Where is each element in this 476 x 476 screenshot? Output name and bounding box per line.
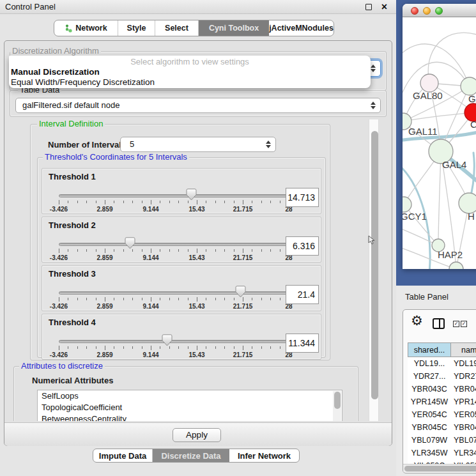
- gear-icon[interactable]: ⚙: [411, 313, 423, 328]
- list-item[interactable]: SelfLoops: [38, 390, 342, 402]
- tab-label: Style: [127, 24, 146, 33]
- threshold-value-field[interactable]: 11.344: [286, 334, 319, 353]
- threshold-slider-track[interactable]: [59, 291, 289, 295]
- threshold-slider-track[interactable]: [59, 194, 289, 197]
- table-row[interactable]: YBR045CYBR045C: [408, 421, 476, 434]
- network-node[interactable]: [449, 262, 463, 269]
- float-window-icon[interactable]: [365, 4, 372, 10]
- tab-cyni-toolbox[interactable]: Cyni Toolbox: [199, 20, 269, 36]
- slider-tick-label: 15.43: [188, 351, 204, 358]
- cell-name: YDR27: [451, 370, 476, 383]
- slider-tick: [142, 201, 142, 203]
- scrollbar-thumb[interactable]: [334, 392, 341, 409]
- checkbox-icon[interactable]: ✓: [461, 321, 467, 327]
- scrollbar-thumb[interactable]: [371, 131, 378, 399]
- table-row[interactable]: YDR27...YDR27: [408, 370, 476, 383]
- list-item[interactable]: BetweennessCentrality: [38, 413, 342, 421]
- threshold-slider-thumb[interactable]: [125, 237, 135, 249]
- slider-tick: [96, 298, 96, 300]
- algorithm-option-manual[interactable]: Manual Discretization: [11, 67, 100, 77]
- tab-impute-data[interactable]: Impute Data: [93, 449, 153, 462]
- close-traffic-light-icon[interactable]: [411, 7, 418, 15]
- threshold-slider-thumb[interactable]: [186, 188, 197, 201]
- network-node-gal80[interactable]: [420, 74, 438, 92]
- apply-button[interactable]: Apply: [173, 428, 221, 442]
- table-horizontal-scrollbar[interactable]: [403, 464, 476, 472]
- tab-style[interactable]: Style: [118, 20, 155, 36]
- algorithm-placeholder-item[interactable]: Select algorithm to view settings: [9, 57, 371, 66]
- threshold-label: Threshold 2: [49, 220, 96, 230]
- split-columns-icon[interactable]: [433, 318, 445, 329]
- node-label: GCY1: [403, 211, 427, 222]
- scrollbar-thumb[interactable]: [404, 466, 476, 472]
- table-row[interactable]: YBL079WYBL079W: [408, 434, 476, 447]
- slider-tick: [280, 201, 280, 203]
- slider-tick-label: -3.426: [50, 351, 68, 358]
- threshold-value-field[interactable]: 6.316: [286, 236, 319, 256]
- slider-tick: [234, 298, 234, 300]
- slider-tick: [160, 346, 160, 349]
- close-icon[interactable]: ×: [381, 0, 387, 14]
- slider-tick: [206, 346, 206, 349]
- slider-tick: [261, 298, 262, 300]
- threshold-label: Threshold 1: [49, 172, 96, 181]
- network-node-gcy1[interactable]: [403, 197, 411, 212]
- numerical-attributes-list[interactable]: SelfLoopsTopologicalCoefficientBetweenne…: [37, 390, 342, 421]
- settings-vertical-scrollbar[interactable]: [369, 119, 379, 421]
- slider-tick: [188, 346, 188, 349]
- list-item[interactable]: TopologicalCoefficient: [38, 402, 342, 413]
- threshold-value-field[interactable]: 21.4: [286, 285, 319, 304]
- threshold-panel-1: Threshold 1-3.4262.8599.14415.4321.71528…: [42, 168, 321, 214]
- threshold-slider-thumb[interactable]: [162, 334, 173, 346]
- table-panel: ⚙ ✓ ✓ shared... name YDL19...YDL19YDR27.…: [403, 309, 476, 473]
- network-canvas[interactable]: GAL80GACGAL11GAL4GCY1HHAP2: [403, 17, 476, 269]
- table-row[interactable]: YER054CYER054C: [408, 408, 476, 421]
- slider-tick: [243, 249, 243, 253]
- zoom-traffic-light-icon[interactable]: [435, 7, 443, 15]
- column-header-name[interactable]: name: [451, 342, 476, 357]
- table-row[interactable]: YDL19...YDL19: [408, 357, 476, 370]
- slider-tick: [142, 346, 142, 349]
- slider-tick: [142, 249, 142, 252]
- threshold-value-field[interactable]: 14.713: [286, 188, 319, 207]
- slider-tick: [151, 346, 151, 350]
- slider-tick: [280, 298, 280, 300]
- minimize-traffic-light-icon[interactable]: [423, 7, 431, 15]
- slider-tick: [169, 346, 170, 349]
- threshold-slider-thumb[interactable]: [235, 286, 246, 298]
- list-scrollbar[interactable]: [333, 391, 341, 421]
- table-row[interactable]: YLR345WYLR345W: [408, 447, 476, 459]
- cell-shared-name: YLR345W: [408, 447, 451, 459]
- threshold-panel-4: Threshold 4-3.4262.8599.14415.4321.71528…: [42, 314, 321, 360]
- number-of-intervals-combobox[interactable]: 5: [120, 137, 276, 152]
- table-data-combobox[interactable]: galFiltered.sif default node: [15, 98, 381, 113]
- threshold-panel-2: Threshold 2-3.4262.8599.14415.4321.71528…: [42, 217, 321, 263]
- slider-tick: [243, 297, 243, 302]
- table-row[interactable]: YPR145WYPR145W: [408, 395, 476, 408]
- slider-tick: [280, 249, 280, 252]
- slider-tick: [160, 249, 160, 252]
- slider-tick: [224, 201, 225, 203]
- tab-discretize-data[interactable]: Discretize Data: [153, 449, 229, 462]
- table-row[interactable]: YIL052CYIL052C: [408, 459, 476, 464]
- tab-infer-network[interactable]: Infer Network: [229, 449, 299, 462]
- slider-tick: [114, 346, 114, 349]
- slider-tick: [114, 249, 114, 252]
- slider-tick: [197, 346, 197, 350]
- tab-select[interactable]: Select: [155, 20, 199, 36]
- tab-jactivemnodules[interactable]: jActiveMNodules: [269, 20, 334, 36]
- checkbox-icon[interactable]: ✓: [453, 321, 459, 327]
- column-header-shared-name[interactable]: shared...: [408, 342, 451, 357]
- threshold-slider-track[interactable]: [59, 243, 289, 246]
- apply-bar: Apply: [4, 422, 392, 446]
- algorithm-option-equal-width[interactable]: Equal Width/Frequency Discretization: [11, 77, 155, 87]
- threshold-slider-track[interactable]: [59, 340, 289, 343]
- network-node-ga[interactable]: [461, 77, 476, 95]
- slider-tick: [206, 249, 206, 252]
- slider-tick: [142, 298, 142, 300]
- tab-network[interactable]: Network: [54, 20, 118, 36]
- slider-tick: [132, 346, 133, 349]
- slider-tick-label: 21.715: [233, 351, 253, 358]
- slider-tick: [234, 201, 234, 203]
- table-row[interactable]: YBR043CYBR043C: [408, 383, 476, 395]
